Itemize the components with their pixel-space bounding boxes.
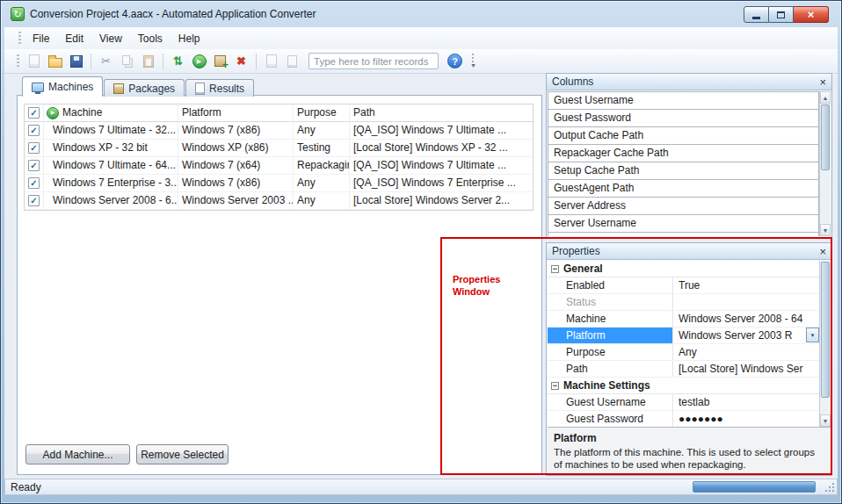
paste-button[interactable] — [138, 52, 158, 71]
copy-button[interactable] — [117, 52, 137, 71]
property-row-guest-password[interactable]: Guest Password ●●●●●●● — [548, 411, 819, 428]
menu-edit[interactable]: Edit — [57, 30, 91, 47]
table-row[interactable]: ✓ Windows 7 Enterprise - 3... Windows 7 … — [25, 175, 533, 192]
property-value[interactable]: True — [673, 277, 819, 293]
close-icon[interactable]: × — [819, 76, 826, 88]
property-row-enabled[interactable]: Enabled True — [548, 277, 819, 294]
row-checkbox[interactable]: ✓ — [28, 142, 40, 154]
stop-button[interactable]: ✖ — [231, 52, 251, 71]
platform-value-text: Windows Server 2003 R — [679, 329, 792, 342]
list-item[interactable]: Server Username — [548, 214, 819, 233]
row-check-cell: ✓ — [25, 140, 44, 157]
menu-grip-icon[interactable] — [18, 32, 21, 45]
table-row[interactable]: ✓ Windows 7 Ultimate - 64... Windows 7 (… — [25, 157, 533, 175]
dropdown-button[interactable]: ▼ — [806, 328, 819, 342]
run-conversion-button[interactable]: ▶ — [189, 52, 209, 71]
row-checkbox[interactable]: ✓ — [28, 195, 40, 206]
row-check-cell: ✓ — [25, 175, 44, 192]
property-value[interactable]: Any — [673, 344, 819, 360]
property-value[interactable]: [Local Store] Windows Ser — [673, 361, 819, 377]
status-text: Ready — [11, 481, 41, 493]
cell-platform: Windows XP (x86) — [178, 140, 294, 157]
add-package-button[interactable] — [210, 52, 230, 71]
property-name: Guest Username — [548, 394, 673, 410]
new-project-button[interactable] — [24, 52, 44, 71]
chevron-down-icon: ▼ — [810, 328, 816, 343]
toolbar-grip-icon[interactable] — [17, 54, 19, 68]
open-project-button[interactable] — [45, 52, 65, 71]
menu-help[interactable]: Help — [171, 30, 208, 47]
sync-button[interactable]: ⇅ — [168, 52, 188, 71]
list-item-partial[interactable] — [548, 232, 819, 236]
minimize-button[interactable] — [744, 6, 769, 23]
menu-view[interactable]: View — [91, 30, 130, 47]
property-row-guest-username[interactable]: Guest Username testlab — [548, 394, 819, 411]
scrollbar-thumb[interactable] — [821, 262, 830, 398]
property-row-machine[interactable]: Machine Windows Server 2008 - 64 — [548, 311, 819, 328]
select-all-checkbox[interactable]: ✓ — [28, 107, 40, 119]
header-machine[interactable]: ▶ Machine — [44, 104, 178, 122]
table-row[interactable]: ✓ Windows XP - 32 bit Windows XP (x86) T… — [25, 140, 533, 157]
property-row-purpose[interactable]: Purpose Any — [548, 344, 819, 361]
row-checkbox[interactable]: ✓ — [28, 177, 40, 189]
group-machine-settings[interactable]: − Machine Settings — [548, 378, 819, 394]
list-item[interactable]: GuestAgent Path — [548, 179, 819, 198]
list-item[interactable]: Guest Username — [548, 91, 819, 110]
list-item[interactable]: Repackager Cache Path — [548, 144, 819, 162]
close-icon[interactable]: × — [819, 246, 826, 257]
save-project-button[interactable] — [66, 52, 86, 71]
select-all-cell[interactable]: ✓ — [25, 104, 44, 122]
row-checkbox[interactable]: ✓ — [28, 160, 40, 171]
cut-button[interactable]: ✂ — [96, 52, 116, 71]
property-row-path[interactable]: Path [Local Store] Windows Ser — [548, 361, 819, 378]
columns-panel-header[interactable]: Columns × — [547, 74, 831, 90]
row-checkbox[interactable]: ✓ — [28, 125, 40, 136]
properties-scrollbar[interactable]: ▼ — [819, 261, 831, 427]
add-machine-button[interactable]: Add Machine... — [25, 444, 130, 464]
property-value[interactable]: testlab — [673, 394, 819, 410]
property-row-status[interactable]: Status — [548, 294, 819, 311]
property-row-platform[interactable]: Platform Windows Server 2003 R ▼ — [548, 328, 819, 344]
tab-results[interactable]: Results — [185, 79, 254, 97]
collapse-icon[interactable]: − — [551, 382, 559, 390]
tab-packages-label: Packages — [128, 83, 175, 95]
resize-grip[interactable] — [824, 481, 834, 492]
preview-button[interactable] — [282, 52, 302, 71]
property-value[interactable]: ●●●●●●● — [673, 411, 819, 427]
scroll-up-icon[interactable]: ▲ — [820, 91, 831, 104]
header-platform[interactable]: Platform — [178, 104, 294, 122]
list-item[interactable]: Server Address — [548, 197, 819, 215]
header-path[interactable]: Path — [350, 104, 533, 122]
title-bar[interactable]: ↻ Conversion Project 4.aacx - Automated … — [1, 1, 841, 27]
close-button[interactable]: × — [794, 6, 829, 23]
help-button[interactable]: ? — [445, 52, 465, 71]
table-row[interactable]: ✓ Windows Server 2008 - 6... Windows Ser… — [25, 192, 533, 210]
property-value[interactable]: Windows Server 2008 - 64 — [673, 311, 819, 327]
property-value[interactable]: Windows Server 2003 R ▼ — [673, 328, 819, 343]
list-item[interactable]: Output Cache Path — [548, 126, 819, 145]
cell-machine: Windows Server 2008 - 6... — [44, 192, 178, 210]
list-item[interactable]: Setup Cache Path — [548, 162, 819, 180]
list-item[interactable]: Guest Password — [548, 109, 819, 127]
group-general[interactable]: − General — [548, 261, 819, 277]
header-purpose[interactable]: Purpose — [294, 104, 350, 122]
table-row[interactable]: ✓ Windows 7 Ultimate - 32... Windows 7 (… — [25, 122, 533, 140]
menu-tools[interactable]: Tools — [130, 30, 171, 47]
scroll-down-icon[interactable]: ▼ — [820, 414, 831, 427]
scrollbar-thumb[interactable] — [821, 104, 830, 170]
collapse-icon[interactable]: − — [551, 265, 559, 273]
tab-packages[interactable]: Packages — [104, 79, 185, 97]
property-grid: − General Enabled True Status Machine Wi… — [548, 261, 819, 428]
tab-machines[interactable]: Machines — [22, 76, 103, 97]
row-check-cell: ✓ — [25, 157, 44, 175]
properties-panel-header[interactable]: Properties × — [547, 243, 831, 260]
toolbar-overflow-button[interactable]: ▼ — [470, 54, 476, 68]
cell-path: [QA_ISO] Windows 7 Ultimate ... — [350, 157, 533, 175]
filter-input[interactable] — [308, 53, 439, 69]
columns-scrollbar[interactable]: ▲ ▼ — [819, 91, 831, 236]
maximize-button[interactable] — [769, 6, 794, 23]
report-button[interactable] — [261, 52, 281, 71]
menu-file[interactable]: File — [25, 30, 57, 47]
scroll-down-icon[interactable]: ▼ — [820, 224, 831, 236]
remove-selected-button[interactable]: Remove Selected — [136, 444, 229, 464]
